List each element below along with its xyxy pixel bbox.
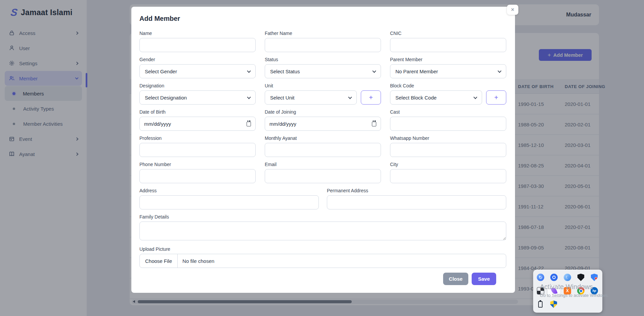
- monthly-ayanat-input[interactable]: [265, 143, 381, 157]
- family-details-label: Family Details: [139, 214, 506, 220]
- select-value: Select Block Code: [395, 95, 437, 101]
- calendar-icon: [372, 122, 376, 126]
- date-of-joining-label: Date of Joining: [265, 109, 381, 115]
- tray-row: Xhp: [537, 287, 602, 294]
- father-name-label: Father Name: [265, 31, 381, 36]
- designation-label: Designation: [139, 83, 256, 88]
- profession-input[interactable]: [139, 143, 256, 157]
- email-input[interactable]: [265, 169, 381, 183]
- unit-label: Unit: [265, 83, 381, 88]
- address-field: Address: [139, 188, 319, 209]
- moon-blue-icon[interactable]: ☾: [564, 274, 571, 281]
- gender-label: Gender: [139, 57, 256, 62]
- parent-member-field: Parent MemberNo Parent Member: [390, 57, 506, 78]
- select-value: No Parent Member: [395, 69, 438, 74]
- cnic-label: CNIC: [390, 31, 506, 36]
- email-label: Email: [265, 162, 381, 167]
- date-of-birth-field: Date of Birthmm/dd/yyyy: [139, 109, 256, 131]
- city-label: City: [390, 162, 506, 167]
- permanent-address-field: Permanent Address: [327, 188, 506, 209]
- family-details-field: Family Details: [139, 214, 506, 242]
- close-button[interactable]: Close: [443, 273, 468, 285]
- family-details-textarea[interactable]: [139, 222, 506, 240]
- add-block-code-button[interactable]: +: [486, 90, 506, 105]
- date-placeholder: mm/dd/yyyy: [269, 121, 296, 127]
- hp-icon[interactable]: hp: [591, 287, 598, 294]
- phone-number-field: Phone Number: [139, 162, 256, 183]
- select-value: Select Designation: [145, 95, 187, 101]
- system-tray-popup: ↻☾Xhp: [533, 270, 602, 313]
- modal-close-button[interactable]: ×: [507, 5, 518, 15]
- whatsapp-number-input[interactable]: [390, 143, 506, 157]
- shield-black-icon[interactable]: [577, 274, 585, 281]
- unit-select[interactable]: Select Unit: [265, 90, 357, 105]
- phone-number-input[interactable]: [139, 169, 256, 183]
- chrome-icon[interactable]: [577, 287, 585, 294]
- gender-field: GenderSelect Gender: [139, 57, 256, 78]
- defender-warning-icon[interactable]: [550, 301, 557, 308]
- address-grid: AddressPermanent Address: [139, 188, 506, 209]
- tray-row: [537, 301, 602, 308]
- date-of-birth-label: Date of Birth: [139, 109, 256, 115]
- city-field: City: [390, 162, 506, 183]
- address-label: Address: [139, 188, 319, 193]
- chevron-down-icon: [247, 69, 251, 73]
- upload-picture-input[interactable]: Choose File No file chosen: [139, 254, 506, 268]
- permanent-address-label: Permanent Address: [327, 188, 506, 193]
- monthly-ayanat-field: Monthly Ayanat: [265, 135, 381, 157]
- date-placeholder: mm/dd/yyyy: [144, 121, 171, 127]
- xampp-icon[interactable]: X: [564, 287, 571, 294]
- add-member-modal: Add Member NameFather NameCNICGenderSele…: [131, 7, 515, 293]
- chevron-down-icon: [372, 69, 376, 73]
- cnic-field: CNIC: [390, 31, 506, 52]
- tray-highlight: [548, 285, 560, 297]
- save-button[interactable]: Save: [472, 273, 496, 285]
- form-grid: NameFather NameCNICGenderSelect GenderSt…: [139, 31, 506, 183]
- father-name-field: Father Name: [265, 31, 381, 52]
- parent-member-select[interactable]: No Parent Member: [390, 64, 506, 78]
- modal-footer: Close Save: [139, 273, 506, 285]
- usb-drive-icon[interactable]: [538, 301, 543, 308]
- profession-label: Profession: [139, 135, 256, 141]
- cnic-input[interactable]: [390, 38, 506, 52]
- father-name-input[interactable]: [265, 38, 381, 52]
- app-grid-icon[interactable]: [537, 287, 544, 294]
- shield-red-badge-icon[interactable]: [591, 274, 598, 281]
- name-input[interactable]: [139, 38, 256, 52]
- cast-field: Cast: [390, 109, 506, 131]
- city-input[interactable]: [390, 169, 506, 183]
- gender-select[interactable]: Select Gender: [139, 64, 256, 78]
- monthly-ayanat-label: Monthly Ayanat: [265, 135, 381, 141]
- designation-select[interactable]: Select Designation: [139, 90, 256, 105]
- date-of-joining-field: Date of Joiningmm/dd/yyyy: [265, 109, 381, 131]
- status-field: StatusSelect Status: [265, 57, 381, 78]
- block-code-field: Block CodeSelect Block Code+: [390, 83, 506, 105]
- select-value: Select Unit: [270, 95, 295, 101]
- chevron-down-icon: [247, 95, 251, 99]
- date-of-birth-input[interactable]: mm/dd/yyyy: [139, 117, 256, 131]
- select-value: Select Gender: [145, 69, 177, 74]
- address-input[interactable]: [139, 195, 319, 209]
- sync-blue-icon[interactable]: ↻: [537, 274, 544, 281]
- upload-picture-label: Upload Picture: [139, 246, 506, 252]
- designation-field: DesignationSelect Designation: [139, 83, 256, 105]
- choose-file-button[interactable]: Choose File: [140, 254, 178, 268]
- cast-input[interactable]: [390, 117, 506, 131]
- name-label: Name: [139, 31, 256, 36]
- add-unit-button[interactable]: +: [361, 90, 381, 105]
- calendar-icon: [247, 122, 251, 126]
- status-select[interactable]: Select Status: [265, 64, 381, 78]
- whatsapp-number-field: Whatsapp Number: [390, 135, 506, 157]
- block-code-select[interactable]: Select Block Code: [390, 90, 482, 105]
- tray-row: ↻☾: [537, 274, 602, 281]
- status-label: Status: [265, 57, 381, 62]
- clock-blue-icon[interactable]: [550, 274, 558, 281]
- feather-purple-icon[interactable]: [551, 287, 557, 295]
- modal-title: Add Member: [139, 15, 506, 23]
- close-icon: ×: [511, 7, 514, 12]
- email-field: Email: [265, 162, 381, 183]
- permanent-address-input[interactable]: [327, 195, 506, 209]
- profession-field: Profession: [139, 135, 256, 157]
- phone-number-label: Phone Number: [139, 162, 256, 167]
- date-of-joining-input[interactable]: mm/dd/yyyy: [265, 117, 381, 131]
